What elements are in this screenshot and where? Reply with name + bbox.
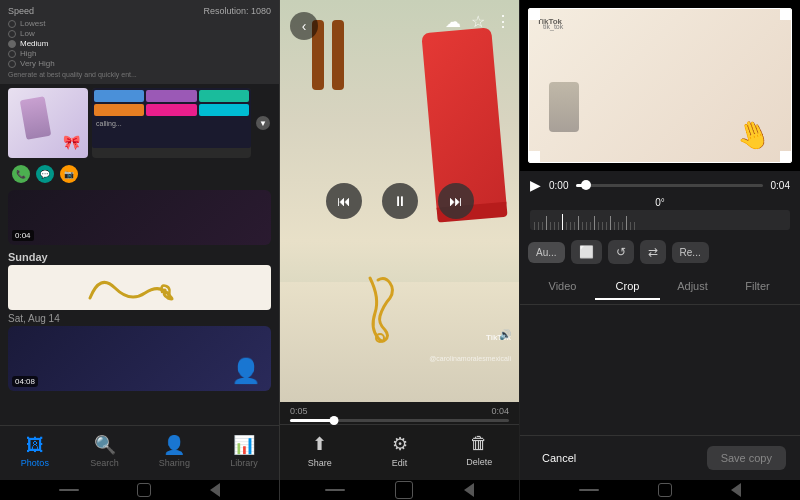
progress-dot — [329, 416, 338, 425]
nav-back-2[interactable] — [464, 483, 474, 497]
rewind-button[interactable]: ⏮ — [326, 183, 362, 219]
tab-search[interactable]: 🔍 Search — [70, 426, 140, 476]
quality-medium[interactable]: Medium — [8, 39, 271, 48]
block-teal — [199, 90, 249, 102]
panel-video-player: ‹ ☁ ☆ ⋮ ⏮ ⏸ ⏭ TikTok @carolinamoralesmex… — [280, 0, 520, 500]
tab-adjust[interactable]: Adjust — [660, 274, 725, 300]
nav-menu-2[interactable] — [325, 489, 345, 491]
tool-reset-label: Re... — [680, 247, 701, 258]
scroll-button[interactable]: ▼ — [256, 116, 270, 130]
delete-button[interactable]: 🗑 Delete — [439, 433, 519, 468]
tick-24 — [630, 222, 631, 230]
tab-photos-label: Photos — [21, 458, 49, 468]
tick-22 — [622, 222, 623, 230]
tick-1 — [534, 222, 535, 230]
nav-home-2[interactable] — [395, 481, 413, 499]
fast-forward-button[interactable]: ⏭ — [438, 183, 474, 219]
tab-filter[interactable]: Filter — [725, 274, 790, 300]
action-bar: ⬆ Share ⚙ Edit 🗑 Delete — [280, 424, 519, 480]
quality-low[interactable]: Low — [8, 29, 271, 38]
video-thumbnail-2[interactable]: 04:08 👤 — [8, 326, 271, 391]
save-copy-button[interactable]: Save copy — [707, 446, 786, 470]
more-icon[interactable]: ⋮ — [495, 12, 511, 31]
upload-icon[interactable]: ☁ — [445, 12, 461, 31]
system-nav-bar-1 — [0, 480, 279, 500]
video-thumbnail-1[interactable]: 0:04 — [8, 190, 271, 245]
tick-12 — [582, 222, 583, 230]
rotate-icon: ↺ — [616, 245, 626, 259]
volume-icon[interactable]: 🔊 — [499, 329, 511, 340]
nav-home[interactable] — [137, 483, 151, 497]
progress-bar-3[interactable] — [576, 184, 762, 187]
cancel-button[interactable]: Cancel — [534, 448, 584, 468]
block-cyan — [199, 104, 249, 116]
nav-menu[interactable] — [59, 489, 79, 491]
video-doodle — [340, 268, 420, 352]
tab-sharing[interactable]: 👤 Sharing — [140, 426, 210, 476]
leg-right — [332, 20, 344, 90]
playback-row: ▶ 0:00 0:04 — [520, 171, 800, 195]
quality-high[interactable]: High — [8, 49, 271, 58]
tick-21 — [618, 222, 619, 230]
circle-orange[interactable]: 📷 — [60, 165, 78, 183]
tab-crop[interactable]: Crop — [595, 274, 660, 300]
time-end: 0:04 — [491, 406, 509, 416]
child-figure: 👤 — [231, 357, 261, 385]
nav-back-3[interactable] — [731, 483, 741, 497]
corner-tr — [780, 8, 792, 20]
tool-auto[interactable]: Au... — [528, 242, 565, 263]
tick-center — [562, 214, 563, 230]
nav-menu-3[interactable] — [579, 489, 599, 491]
tool-flip[interactable]: ⇄ — [640, 240, 666, 264]
progress-fill — [290, 419, 334, 422]
rotation-ruler[interactable] — [530, 210, 790, 230]
tool-auto-label: Au... — [536, 247, 557, 258]
share-button[interactable]: ⬆ Share — [280, 433, 360, 468]
nav-back[interactable] — [210, 483, 220, 497]
resolution-label: Resolution: 1080 — [203, 6, 271, 16]
circle-green[interactable]: 📞 — [12, 165, 30, 183]
nav-home-3[interactable] — [658, 483, 672, 497]
pause-button[interactable]: ⏸ — [382, 183, 418, 219]
tick-10 — [574, 222, 575, 230]
flip-icon: ⇄ — [648, 245, 658, 259]
video-player-area[interactable]: ‹ ☁ ☆ ⋮ ⏮ ⏸ ⏭ TikTok @carolinamoralesmex… — [280, 0, 519, 402]
tick-20 — [614, 222, 615, 230]
doodle-area — [8, 265, 271, 310]
generate-label: Generate at best quality and quickly ent… — [8, 71, 271, 78]
quality-very-high[interactable]: Very High — [8, 59, 271, 68]
tick-15 — [594, 216, 595, 230]
phone-status: calling... — [92, 118, 251, 129]
quality-options: Lowest Low Medium High Very High — [8, 19, 271, 68]
quality-lowest[interactable]: Lowest — [8, 19, 271, 28]
circle-teal[interactable]: 💬 — [36, 165, 54, 183]
crop-preview-area: TikTok 🤚 tik_tok — [520, 0, 800, 171]
doodle-overlay — [340, 268, 420, 348]
back-button[interactable]: ‹ — [290, 12, 318, 40]
tab-photos[interactable]: 🖼 Photos — [0, 426, 70, 476]
sharing-icon: 👤 — [163, 434, 185, 456]
tab-video[interactable]: Video — [530, 274, 595, 300]
tick-7 — [558, 222, 559, 230]
crop-frame[interactable]: TikTok 🤚 tik_tok — [528, 8, 792, 163]
table-object — [549, 82, 579, 132]
source-label: tik_tok — [543, 23, 563, 30]
circle-icons-row: 📞 💬 📷 — [0, 162, 279, 190]
main-thumbnail[interactable]: 🎀 — [8, 88, 88, 158]
edit-button[interactable]: ⚙ Edit — [360, 433, 440, 468]
tab-library[interactable]: 📊 Library — [209, 426, 279, 476]
progress-bar[interactable] — [290, 419, 509, 422]
thumb-icon: 🎀 — [63, 134, 80, 150]
tool-rotate[interactable]: ↺ — [608, 240, 634, 264]
video-thumb-container: 0:04 — [8, 190, 271, 245]
tick-14 — [590, 222, 591, 230]
crop-bottom-bar: Cancel Save copy — [520, 435, 800, 480]
star-icon[interactable]: ☆ — [471, 12, 485, 31]
share-label: Share — [308, 458, 332, 468]
play-button[interactable]: ▶ — [530, 177, 541, 193]
edit-icon: ⚙ — [392, 433, 408, 455]
tick-8 — [566, 222, 567, 230]
tool-aspect[interactable]: ⬜ — [571, 240, 602, 264]
block-orange — [94, 104, 144, 116]
tool-reset[interactable]: Re... — [672, 242, 709, 263]
